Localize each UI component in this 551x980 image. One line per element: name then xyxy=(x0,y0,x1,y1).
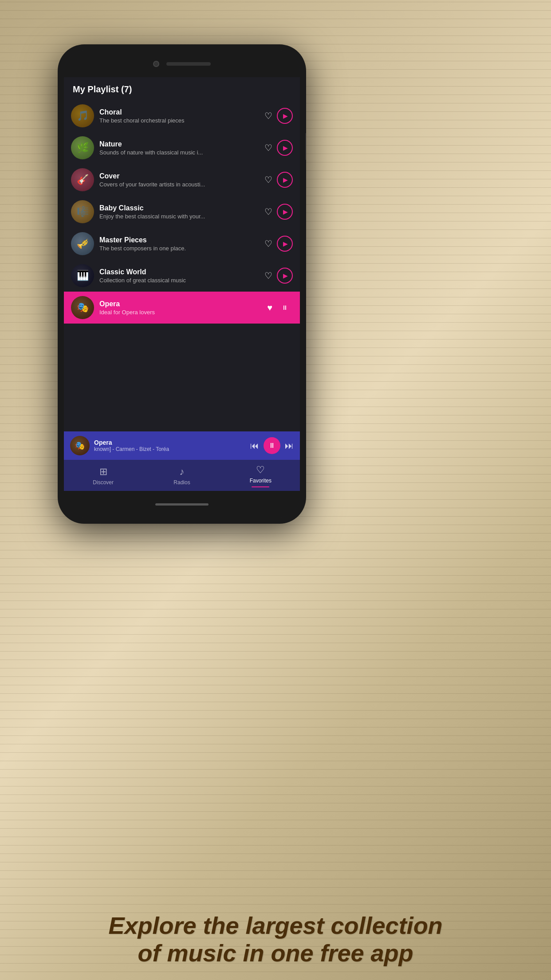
heart-button-cover[interactable]: ♡ xyxy=(264,174,272,185)
play-pause-button[interactable]: ⏸ xyxy=(264,437,280,454)
now-playing-subtitle: known] - Carmen - Bizet - Toréa xyxy=(94,446,246,452)
app-screen: My Playlist (7) 🎵 Choral The best choral… xyxy=(64,77,300,491)
thumb-icon-classic: 🎹 xyxy=(77,270,89,281)
item-desc-classic: Collection of great classical music xyxy=(99,277,259,284)
phone-camera xyxy=(153,61,159,67)
discover-icon: ⊞ xyxy=(99,466,107,478)
now-playing-bar: 🎭 Opera known] - Carmen - Bizet - Toréa … xyxy=(64,431,300,460)
radios-icon: ♪ xyxy=(179,466,184,478)
phone-device: My Playlist (7) 🎵 Choral The best choral… xyxy=(58,44,306,524)
nav-label-favorites: Favorites xyxy=(250,478,272,484)
item-name-baby: Baby Classic xyxy=(99,204,259,212)
heart-button-nature[interactable]: ♡ xyxy=(264,142,272,153)
item-desc-master: The best composers in one place. xyxy=(99,245,259,252)
nav-active-indicator xyxy=(252,486,269,487)
nav-item-radios[interactable]: ♪ Radios xyxy=(142,466,221,486)
play-button-baby[interactable]: ▶ xyxy=(277,204,293,220)
favorites-icon: ♡ xyxy=(256,464,265,476)
item-thumbnail-opera: 🎭 xyxy=(71,296,94,319)
playlist-item-opera[interactable]: 🎭 Opera Ideal for Opera lovers ♥ ⏸ xyxy=(64,292,300,324)
play-button-master[interactable]: ▶ xyxy=(277,236,293,252)
item-desc-choral: The best choral orchestral pieces xyxy=(99,117,259,124)
play-icon-nature: ▶ xyxy=(283,144,288,151)
thumb-icon-choral: 🎵 xyxy=(77,110,89,122)
item-actions-baby: ♡ ▶ xyxy=(264,204,293,220)
playlist-item-choral[interactable]: 🎵 Choral The best choral orchestral piec… xyxy=(64,100,300,132)
item-name-opera: Opera xyxy=(99,300,262,308)
play-icon-choral: ▶ xyxy=(283,112,288,119)
item-actions-opera: ♥ ⏸ xyxy=(267,300,293,316)
item-desc-baby: Enjoy the best classical music with your… xyxy=(99,213,259,220)
nav-item-favorites[interactable]: ♡ Favorites xyxy=(221,464,300,487)
item-info-baby: Baby Classic Enjoy the best classical mu… xyxy=(99,204,259,220)
item-name-cover: Cover xyxy=(99,172,259,180)
heart-button-master[interactable]: ♡ xyxy=(264,238,272,249)
thumb-icon-baby: 🎼 xyxy=(77,206,89,217)
play-icon-baby: ▶ xyxy=(283,208,288,215)
nav-item-discover[interactable]: ⊞ Discover xyxy=(64,466,142,486)
playlist-item-master[interactable]: 🎺 Master Pieces The best composers in on… xyxy=(64,228,300,260)
heart-button-opera[interactable]: ♥ xyxy=(267,303,272,313)
rewind-button[interactable]: ⏮ xyxy=(250,441,259,451)
play-icon-cover: ▶ xyxy=(283,176,288,183)
playlist-item-baby-classic[interactable]: 🎼 Baby Classic Enjoy the best classical … xyxy=(64,196,300,228)
thumb-icon-cover: 🎸 xyxy=(77,174,89,186)
bottom-text-line2: of music in one free app xyxy=(0,939,551,967)
phone-inner: My Playlist (7) 🎵 Choral The best choral… xyxy=(64,51,300,518)
nav-label-radios: Radios xyxy=(173,479,190,486)
item-actions-choral: ♡ ▶ xyxy=(264,108,293,124)
item-info-opera: Opera Ideal for Opera lovers xyxy=(99,300,262,316)
phone-top-bar xyxy=(64,51,300,77)
item-name-classic: Classic World xyxy=(99,268,259,276)
play-button-cover[interactable]: ▶ xyxy=(277,172,293,188)
item-thumbnail-classic: 🎹 xyxy=(71,264,94,287)
item-thumbnail-nature: 🌿 xyxy=(71,136,94,159)
bottom-text-section: Explore the largest collection of music … xyxy=(0,912,551,967)
phone-bottom-bar xyxy=(64,491,300,518)
play-icon-master: ▶ xyxy=(283,240,288,247)
item-name-choral: Choral xyxy=(99,108,259,116)
playlist-item-classic-world[interactable]: 🎹 Classic World Collection of great clas… xyxy=(64,260,300,292)
item-info-cover: Cover Covers of your favorite artists in… xyxy=(99,172,259,188)
play-icon-classic: ▶ xyxy=(283,272,288,279)
item-actions-nature: ♡ ▶ xyxy=(264,140,293,156)
playlist-title: My Playlist (7) xyxy=(73,84,291,95)
phone-side-button[interactable] xyxy=(305,133,306,160)
heart-button-choral[interactable]: ♡ xyxy=(264,111,272,121)
play-button-choral[interactable]: ▶ xyxy=(277,108,293,124)
thumb-icon-opera: 🎭 xyxy=(77,302,89,313)
item-desc-cover: Covers of your favorite artists in acous… xyxy=(99,181,259,188)
now-playing-thumbnail: 🎭 xyxy=(70,436,90,455)
fast-forward-button[interactable]: ⏭ xyxy=(285,441,294,451)
playlist-header: My Playlist (7) xyxy=(64,77,300,100)
nav-label-discover: Discover xyxy=(93,479,114,486)
now-playing-title: Opera xyxy=(94,439,246,446)
playlist-list: 🎵 Choral The best choral orchestral piec… xyxy=(64,100,300,431)
item-info-choral: Choral The best choral orchestral pieces xyxy=(99,108,259,124)
home-indicator[interactable] xyxy=(155,503,209,506)
now-playing-info: Opera known] - Carmen - Bizet - Toréa xyxy=(94,439,246,452)
play-button-classic[interactable]: ▶ xyxy=(277,268,293,284)
heart-button-classic[interactable]: ♡ xyxy=(264,270,272,281)
item-actions-cover: ♡ ▶ xyxy=(264,172,293,188)
item-thumbnail-master: 🎺 xyxy=(71,232,94,255)
heart-button-baby[interactable]: ♡ xyxy=(264,206,272,217)
item-actions-master: ♡ ▶ xyxy=(264,236,293,252)
phone-speaker xyxy=(166,62,211,66)
pause-icon-opera: ⏸ xyxy=(282,304,288,311)
pause-button-opera[interactable]: ⏸ xyxy=(277,300,293,316)
pause-icon-player: ⏸ xyxy=(268,442,276,450)
play-button-nature[interactable]: ▶ xyxy=(277,140,293,156)
thumb-icon-nature: 🌿 xyxy=(77,142,89,154)
playlist-item-cover[interactable]: 🎸 Cover Covers of your favorite artists … xyxy=(64,164,300,196)
item-info-master: Master Pieces The best composers in one … xyxy=(99,236,259,252)
item-desc-nature: Sounds of nature with classical music i.… xyxy=(99,149,259,156)
now-playing-thumb-icon: 🎭 xyxy=(75,441,85,450)
item-info-nature: Nature Sounds of nature with classical m… xyxy=(99,140,259,156)
now-playing-controls: ⏮ ⏸ ⏭ xyxy=(250,437,294,454)
bottom-text-line1: Explore the largest collection xyxy=(0,912,551,939)
playlist-item-nature[interactable]: 🌿 Nature Sounds of nature with classical… xyxy=(64,132,300,164)
item-thumbnail-baby: 🎼 xyxy=(71,200,94,223)
item-actions-classic: ♡ ▶ xyxy=(264,268,293,284)
item-desc-opera: Ideal for Opera lovers xyxy=(99,309,262,316)
